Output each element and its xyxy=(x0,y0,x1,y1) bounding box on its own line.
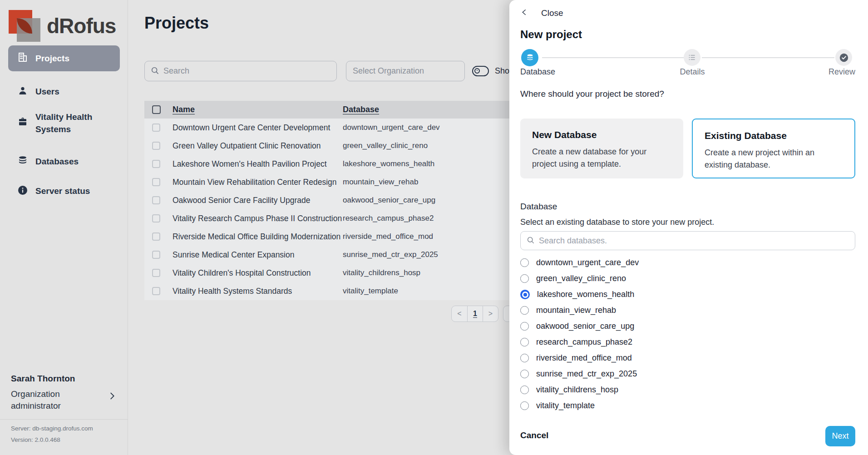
divider xyxy=(0,419,128,420)
projects-search[interactable] xyxy=(144,61,337,81)
database-option-label: riverside_med_office_mod xyxy=(536,353,632,363)
user-icon xyxy=(17,85,28,99)
database-option-label: oakwood_senior_care_upg xyxy=(536,321,634,331)
database-option[interactable]: sunrise_med_ctr_exp_2025 xyxy=(520,366,637,382)
database-option-label: vitality_template xyxy=(536,401,595,410)
sidebar-item-server-status[interactable]: Server status xyxy=(8,181,120,202)
radio-icon[interactable] xyxy=(520,370,529,378)
new-database-card[interactable]: New Database Create a new database for y… xyxy=(520,119,683,178)
row-checkbox[interactable] xyxy=(152,142,160,150)
sidebar-item-projects[interactable]: Projects xyxy=(8,45,120,71)
user-name: Sarah Thornton xyxy=(11,374,117,384)
database-option[interactable]: research_campus_phase2 xyxy=(520,334,632,350)
card-title: New Database xyxy=(532,129,671,140)
drofus-logo: dRofus xyxy=(9,10,122,42)
database-option[interactable]: vitality_template xyxy=(520,398,595,414)
row-checkbox[interactable] xyxy=(152,160,160,168)
database-search[interactable] xyxy=(520,231,855,250)
radio-icon[interactable] xyxy=(520,354,529,362)
project-database: green_valley_clinic_reno xyxy=(343,141,428,150)
row-checkbox[interactable] xyxy=(152,214,160,223)
sidebar-item-users[interactable]: Users xyxy=(8,81,120,102)
show-toggle[interactable] xyxy=(472,66,489,76)
project-database: lakeshore_womens_health xyxy=(343,159,434,168)
project-name: Oakwood Senior Care Facility Upgrade xyxy=(173,196,310,205)
project-name: Lakeshore Women's Health Pavilion Projec… xyxy=(173,159,327,169)
sidebar-item-organization[interactable]: Vitality Health Systems xyxy=(8,108,120,138)
radio-icon[interactable] xyxy=(520,306,529,315)
pagination-next-button[interactable]: > xyxy=(483,306,498,321)
search-input[interactable] xyxy=(163,66,331,76)
radio-icon[interactable] xyxy=(520,401,529,410)
close-button[interactable]: Close xyxy=(520,8,563,18)
step-database-icon xyxy=(521,49,538,66)
user-role-row[interactable]: Organization administrator xyxy=(11,388,117,412)
organization-select[interactable] xyxy=(346,61,465,81)
database-search-input[interactable] xyxy=(539,236,849,246)
project-database: riverside_med_office_mod xyxy=(343,232,433,241)
row-checkbox[interactable] xyxy=(152,251,160,259)
step-connector xyxy=(542,57,684,58)
project-name: Mountain View Rehabilitation Center Rede… xyxy=(173,178,337,187)
database-option[interactable]: lakeshore_womens_health xyxy=(520,287,634,302)
database-option-label: vitality_childrens_hosp xyxy=(536,385,618,395)
database-icon xyxy=(17,155,28,168)
chevron-right-icon[interactable] xyxy=(107,391,117,403)
radio-icon[interactable] xyxy=(520,258,529,267)
search-icon xyxy=(150,66,159,77)
cancel-button[interactable]: Cancel xyxy=(520,430,548,440)
database-option[interactable]: downtown_urgent_care_dev xyxy=(520,255,639,271)
radio-icon[interactable] xyxy=(520,338,529,346)
row-checkbox[interactable] xyxy=(152,269,160,277)
project-database: sunrise_med_ctr_exp_2025 xyxy=(343,250,438,259)
database-option[interactable]: riverside_med_office_mod xyxy=(520,350,632,366)
next-button[interactable]: Next xyxy=(825,426,855,446)
row-checkbox[interactable] xyxy=(152,287,160,295)
close-label: Close xyxy=(541,8,563,18)
sidebar-item-databases[interactable]: Databases xyxy=(8,151,120,172)
row-checkbox[interactable] xyxy=(152,178,160,186)
existing-database-card[interactable]: Existing Database Create a new project w… xyxy=(692,119,855,178)
sidebar-item-label: Users xyxy=(35,87,59,97)
step-connector xyxy=(702,57,834,58)
project-database: vitality_childrens_hosp xyxy=(343,268,420,277)
sidebar-item-label: Projects xyxy=(35,54,69,64)
sidebar-item-label: Databases xyxy=(35,157,79,167)
row-checkbox[interactable] xyxy=(152,232,160,241)
page-title: Projects xyxy=(144,14,209,33)
toggle-knob-icon xyxy=(474,68,480,74)
sidebar-item-label: Vitality Health Systems xyxy=(35,111,111,135)
info-icon xyxy=(17,185,28,198)
radio-icon[interactable] xyxy=(520,386,529,394)
database-option-label: sunrise_med_ctr_exp_2025 xyxy=(536,369,637,379)
organization-input[interactable] xyxy=(353,66,458,76)
project-database: research_campus_phase2 xyxy=(343,214,434,223)
card-description: Create a new project within an existing … xyxy=(705,147,843,171)
database-option[interactable]: oakwood_senior_care_upg xyxy=(520,318,634,334)
panel-title: New project xyxy=(520,28,582,41)
radio-icon[interactable] xyxy=(520,274,529,283)
pagination-prev-button[interactable]: < xyxy=(452,306,467,321)
column-header-name[interactable]: Name xyxy=(173,105,195,114)
project-database: downtown_urgent_care_dev xyxy=(343,123,440,132)
column-header-database[interactable]: Database xyxy=(343,105,379,114)
database-option-label: mountain_view_rehab xyxy=(536,306,616,315)
database-option[interactable]: green_valley_clinic_reno xyxy=(520,271,626,287)
select-all-checkbox[interactable] xyxy=(152,105,161,114)
server-address: Server: db-staging.drofus.com xyxy=(11,425,117,432)
radio-icon[interactable] xyxy=(520,322,529,331)
row-checkbox[interactable] xyxy=(152,196,160,204)
sidebar-item-label: Server status xyxy=(35,186,90,196)
step-review-icon xyxy=(835,49,852,66)
database-option[interactable]: mountain_view_rehab xyxy=(520,302,616,318)
user-role: Organization administrator xyxy=(11,388,84,412)
pagination-page-1[interactable]: 1 xyxy=(467,306,483,321)
step-details-icon xyxy=(684,49,700,66)
project-name: Vitality Health Systems Standards xyxy=(173,287,292,296)
radio-selected-icon[interactable] xyxy=(520,290,530,299)
row-checkbox[interactable] xyxy=(152,124,160,132)
storage-question: Where should your project be stored? xyxy=(520,89,664,99)
show-toggle-row: Show xyxy=(472,66,515,76)
database-option[interactable]: vitality_childrens_hosp xyxy=(520,382,618,398)
step-label-details: Details xyxy=(671,67,714,77)
